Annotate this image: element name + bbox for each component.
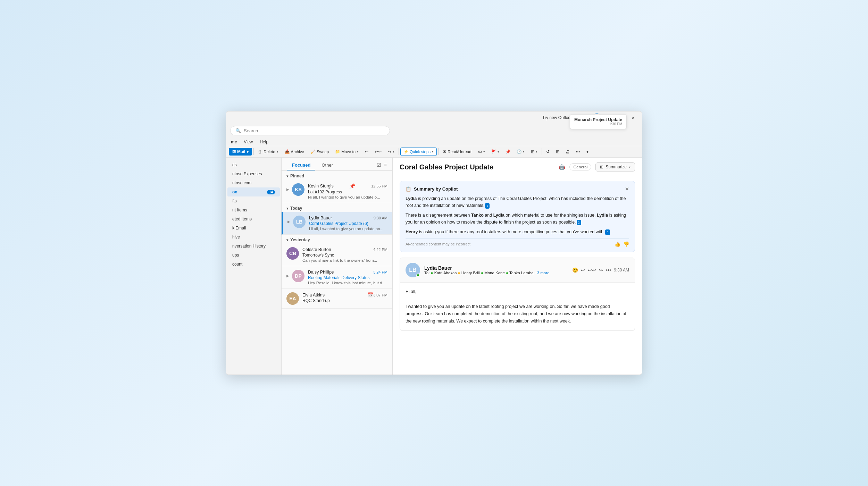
tag-general-badge[interactable]: General bbox=[569, 164, 591, 170]
reply-all-button[interactable]: ↩↩ bbox=[372, 148, 384, 156]
recipient-name-3: Mona Kane bbox=[484, 271, 505, 275]
celeste-sender-name: Celeste Burton bbox=[302, 247, 331, 252]
thumbs-up-icon[interactable]: 👍 bbox=[615, 241, 620, 247]
archive-icon: 📥 bbox=[285, 149, 290, 154]
tab-focused[interactable]: Focused bbox=[287, 160, 315, 170]
sidebar-item-groups[interactable]: ups bbox=[227, 251, 280, 260]
copilot-summary: 📋 Summary by Copilot ✕ Lydia is providin… bbox=[400, 181, 635, 252]
online-status-dot bbox=[416, 274, 420, 277]
clock-button[interactable]: 🕐 ▾ bbox=[514, 148, 527, 156]
copilot-cite-2: 2 bbox=[577, 220, 581, 225]
delete-button[interactable]: 🗑 Delete ▾ bbox=[255, 148, 281, 155]
category-button[interactable]: ⊞ ▾ bbox=[528, 148, 540, 156]
quick-steps-button[interactable]: ⚡ Quick steps ▾ bbox=[400, 148, 437, 156]
notification-panel: Monarch Project Update 1:30 PM bbox=[570, 114, 627, 129]
message-reply-button[interactable]: ↩ bbox=[581, 267, 585, 273]
email-item-elvia[interactable]: EA Elvia Atkins 📅 3:07 PM RQC Stand-up bbox=[282, 289, 392, 309]
lydia-expand-icon[interactable]: ▶ bbox=[287, 220, 290, 224]
daisy-avatar: DP bbox=[292, 270, 304, 282]
close-button[interactable]: ✕ bbox=[628, 113, 638, 123]
mail-button[interactable]: ✉ Mail ▾ bbox=[229, 148, 252, 156]
menu-item-view[interactable]: View bbox=[240, 138, 256, 146]
search-icon: 🔍 bbox=[235, 128, 241, 133]
more-options-button[interactable]: ••• bbox=[573, 148, 583, 155]
envelope-icon: ✉ bbox=[443, 149, 446, 154]
sidebar-item-account[interactable]: count bbox=[227, 260, 280, 269]
copilot-icon: 📋 bbox=[406, 186, 411, 192]
kevin-email-subject: Lot #192 Progress bbox=[308, 190, 387, 194]
email-item-kevin[interactable]: ▶ KS Kevin Sturgis 📌 12:55 PM Lot #192 P… bbox=[282, 180, 392, 203]
email-tab-group: Focused Other bbox=[287, 160, 338, 170]
sidebar-item-sent[interactable]: nt Items bbox=[227, 206, 280, 215]
email-item-daisy[interactable]: ▶ DP Daisy Phillips 3:24 PM Roofing Mate… bbox=[282, 266, 392, 289]
emoji-button[interactable]: 😊 bbox=[572, 267, 578, 273]
daisy-expand-icon[interactable]: ▶ bbox=[286, 274, 289, 278]
flag-button[interactable]: 🚩 ▾ bbox=[489, 148, 502, 156]
print-button[interactable]: 🖨 bbox=[563, 148, 573, 155]
zoom-button[interactable]: ⊞ bbox=[553, 148, 562, 156]
menu-item-me[interactable]: me bbox=[227, 138, 240, 146]
more-recipients-link[interactable]: +3 more bbox=[535, 271, 550, 275]
kevin-expand-icon[interactable]: ▶ bbox=[286, 187, 289, 191]
sidebar-item-deleted-label: eted Items bbox=[232, 217, 252, 221]
message-body-text: I wanted to give you an update on the la… bbox=[406, 303, 629, 325]
pin-button[interactable]: 📌 bbox=[503, 148, 513, 156]
copilot-title: 📋 Summary by Copilot bbox=[406, 186, 458, 192]
clock-icon: 🕐 bbox=[517, 149, 521, 154]
today-chevron-icon[interactable]: ▾ bbox=[286, 207, 288, 210]
pinned-label: Pinned bbox=[290, 174, 304, 178]
yesterday-chevron-icon[interactable]: ▾ bbox=[286, 238, 288, 242]
thumbs-down-icon[interactable]: 👎 bbox=[623, 241, 629, 247]
sidebar-item-junk[interactable]: k Email bbox=[227, 224, 280, 233]
sidebar-item-conversation-history[interactable]: nversation History bbox=[227, 242, 280, 251]
message-to-line: To: ● Katri Ahokas ● Henry Brill ● Mona … bbox=[424, 271, 568, 275]
message-meta: Lydia Bauer To: ● Katri Ahokas ● Henry B… bbox=[424, 265, 568, 275]
search-input[interactable] bbox=[244, 128, 385, 133]
reply-button[interactable]: ↩ bbox=[362, 148, 371, 156]
readunread-button[interactable]: ✉ Read/Unread bbox=[440, 148, 474, 156]
sweep-button[interactable]: 🧹 Sweep bbox=[308, 148, 332, 156]
tab-other[interactable]: Other bbox=[317, 160, 338, 170]
sidebar-item-inbox[interactable]: ox 14 bbox=[227, 187, 280, 196]
copilot-para2-bold3: Lydia bbox=[597, 213, 608, 218]
message-reply-all-button[interactable]: ↩↩ bbox=[588, 267, 596, 273]
flag-icon: 🚩 bbox=[491, 149, 496, 154]
reading-pane-title: Coral Gables Project Update bbox=[400, 163, 554, 171]
copilot-close-button[interactable]: ✕ bbox=[625, 186, 629, 192]
archive-button[interactable]: 📥 Archive bbox=[282, 148, 307, 156]
daisy-sender-name: Daisy Phillips bbox=[308, 270, 334, 275]
message-greeting: Hi all, bbox=[406, 288, 629, 295]
reply-icon: ↩ bbox=[365, 149, 368, 154]
sidebar-item-contoso-com[interactable]: ntoso.com bbox=[227, 178, 280, 187]
pinned-chevron-icon[interactable]: ▾ bbox=[286, 174, 288, 178]
undo-button[interactable]: ↺ bbox=[543, 148, 552, 156]
reading-header: Coral Gables Project Update 🤖 General ⊞ … bbox=[393, 158, 642, 175]
email-item-celeste[interactable]: CB Celeste Burton 4:22 PM Tomorrow's Syn… bbox=[282, 244, 392, 266]
email-message: LB Lydia Bauer To: ● Katri Ahokas ● Henr… bbox=[400, 258, 635, 331]
tag-chevron-icon: ▾ bbox=[483, 150, 485, 153]
search-bar[interactable]: 🔍 bbox=[230, 126, 390, 135]
ai-disclaimer: AI-generated content may be incorrect bbox=[406, 242, 470, 246]
calendar-icon: 📅 bbox=[368, 292, 373, 298]
forward-button[interactable]: ↪ ▾ bbox=[385, 148, 397, 156]
sidebar-item-deleted[interactable]: eted Items bbox=[227, 215, 280, 224]
copilot-para3-bold: Henry bbox=[406, 229, 418, 234]
menu-item-help[interactable]: Help bbox=[256, 138, 272, 146]
message-more-button[interactable]: ••• bbox=[606, 267, 611, 273]
tag-icon: 🏷 bbox=[478, 150, 482, 154]
summarize-button[interactable]: ⊞ Summarize ▾ bbox=[595, 162, 635, 171]
sidebar-item-contoso-expenses[interactable]: ntoso Expenses bbox=[227, 169, 280, 178]
email-tab-icons: ☑ ≡ bbox=[377, 162, 387, 169]
tag-button[interactable]: 🏷 ▾ bbox=[475, 148, 488, 155]
sidebar-item-drafts[interactable]: fts bbox=[227, 196, 280, 206]
sidebar-item-inbox-label: ox bbox=[232, 190, 237, 194]
email-item-lydia[interactable]: ▶ LB Lydia Bauer 9:30 AM Coral Gables Pr… bbox=[282, 212, 392, 235]
sidebar-item-es[interactable]: es bbox=[227, 160, 280, 169]
moveto-button[interactable]: 📁 Move to ▾ bbox=[332, 148, 361, 156]
sidebar-item-archive[interactable]: hive bbox=[227, 233, 280, 242]
message-forward-button[interactable]: ↪ bbox=[599, 267, 603, 273]
filter-checkbox-icon[interactable]: ☑ bbox=[377, 162, 381, 168]
lydia-email-header: Lydia Bauer 9:30 AM bbox=[309, 216, 387, 220]
expand-toolbar-button[interactable]: ▾ bbox=[584, 148, 591, 156]
filter-list-icon[interactable]: ≡ bbox=[384, 162, 387, 168]
